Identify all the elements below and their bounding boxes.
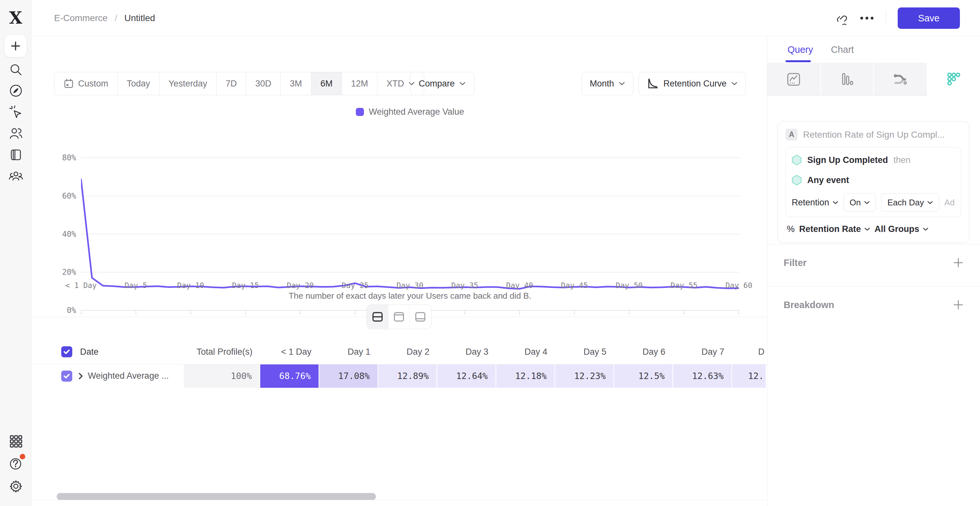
chart-type-dropdown[interactable]: Retention Curve bbox=[638, 72, 746, 95]
granularity-label: Month bbox=[590, 79, 614, 89]
legend-label: Weighted Average Value bbox=[369, 107, 464, 117]
plus-icon bbox=[10, 40, 22, 52]
measure-group-label: All Groups bbox=[875, 224, 920, 234]
x-tick-label: < 1 Day bbox=[58, 281, 104, 290]
save-button[interactable]: Save bbox=[898, 8, 960, 29]
retention-value-cell: 68.76% bbox=[260, 365, 319, 388]
range-6m[interactable]: 6M bbox=[312, 72, 342, 95]
range-30d[interactable]: 30D bbox=[246, 72, 281, 95]
x-tick-label: Day 35 bbox=[442, 281, 487, 290]
report-type-funnels[interactable] bbox=[821, 63, 874, 96]
help-nav-button[interactable] bbox=[0, 456, 32, 472]
more-options-button[interactable] bbox=[860, 16, 874, 20]
create-new-button[interactable] bbox=[5, 35, 27, 57]
users-nav-button[interactable] bbox=[0, 126, 32, 141]
breadcrumb-separator: / bbox=[115, 13, 117, 23]
layout-toggle-group bbox=[366, 305, 431, 329]
retention-value-cell: 100% bbox=[184, 365, 260, 388]
horizontal-scrollbar-thumb[interactable] bbox=[57, 493, 376, 500]
table-header-row: DateTotal Profile(s)< 1 DayDay 1Day 2Day… bbox=[32, 339, 767, 364]
layout-table-only-button[interactable] bbox=[410, 305, 431, 328]
add-filter-button[interactable] bbox=[953, 257, 964, 268]
column-header: Date bbox=[32, 346, 184, 357]
chevron-down-icon bbox=[923, 227, 929, 231]
search-nav-button[interactable] bbox=[0, 63, 32, 76]
range-12m[interactable]: 12M bbox=[342, 72, 377, 95]
column-header: < 1 Day bbox=[260, 347, 319, 357]
bucket-label: Each Day bbox=[887, 198, 924, 208]
report-type-retention[interactable] bbox=[928, 63, 980, 96]
column-header-label: Date bbox=[80, 347, 99, 357]
y-tick-label: 60% bbox=[41, 192, 76, 200]
chart-caption: The number of exact days later your User… bbox=[81, 291, 739, 301]
events-nav-button[interactable] bbox=[0, 105, 32, 120]
boards-nav-button[interactable] bbox=[0, 148, 32, 161]
x-tick-label: Day 45 bbox=[552, 281, 597, 290]
tab-chart[interactable]: Chart bbox=[831, 36, 854, 63]
range-label: Yesterday bbox=[169, 79, 207, 89]
measure-group-dropdown[interactable]: All Groups bbox=[875, 224, 929, 234]
row-checkbox[interactable] bbox=[61, 371, 72, 382]
range-custom[interactable]: Custom bbox=[54, 72, 118, 95]
range-today[interactable]: Today bbox=[118, 72, 159, 95]
range-yesterday[interactable]: Yesterday bbox=[159, 72, 216, 95]
report-type-insights[interactable] bbox=[767, 63, 821, 96]
app-logo[interactable]: X bbox=[0, 8, 32, 27]
report-type-flows[interactable] bbox=[874, 63, 928, 96]
section-divider bbox=[767, 286, 980, 287]
retention-criteria-dropdown[interactable]: Retention bbox=[792, 198, 838, 208]
measure-metric-dropdown[interactable]: Retention Rate bbox=[799, 224, 870, 234]
cohorts-nav-button[interactable] bbox=[0, 169, 32, 184]
x-tick-label: Day 5 bbox=[113, 281, 159, 290]
discover-nav-button[interactable] bbox=[0, 84, 32, 98]
range-label: Today bbox=[127, 79, 150, 89]
event-step[interactable]: Any event bbox=[792, 170, 955, 190]
range-7d[interactable]: 7D bbox=[216, 72, 246, 95]
group-icon bbox=[8, 169, 23, 184]
retention-value-cell: 12.5% bbox=[614, 365, 673, 388]
x-tick-label: Day 10 bbox=[168, 281, 213, 290]
bucket-dropdown[interactable]: Each Day bbox=[881, 194, 939, 211]
tab-query[interactable]: Query bbox=[788, 36, 813, 63]
breadcrumb: E-Commerce / Untitled bbox=[54, 0, 155, 36]
range-label: 3M bbox=[290, 79, 302, 89]
layout-split-button[interactable] bbox=[367, 305, 388, 328]
chevron-right-icon bbox=[78, 372, 83, 380]
on-dropdown[interactable]: On bbox=[843, 194, 876, 211]
y-tick-label: 40% bbox=[41, 230, 76, 239]
add-breakdown-button[interactable] bbox=[953, 299, 964, 310]
select-all-checkbox[interactable] bbox=[61, 346, 72, 357]
row-header-cell: Weighted Average ... bbox=[32, 365, 184, 388]
compare-button[interactable]: Compare bbox=[410, 72, 474, 95]
series-badge: A bbox=[786, 128, 797, 141]
advanced-dropdown[interactable]: Adv... bbox=[944, 198, 955, 208]
breadcrumb-project[interactable]: E-Commerce bbox=[54, 13, 108, 23]
row-expander[interactable] bbox=[78, 372, 83, 380]
granularity-dropdown[interactable]: Month bbox=[582, 72, 633, 95]
breadcrumb-report-title[interactable]: Untitled bbox=[124, 13, 155, 23]
breakdown-section: Breakdown bbox=[784, 295, 964, 315]
event-hexagon-icon bbox=[792, 154, 802, 165]
table-row: Weighted Average ...100%68.76%17.08%12.8… bbox=[32, 364, 767, 387]
range-3m[interactable]: 3M bbox=[281, 72, 312, 95]
table-only-view-icon bbox=[415, 311, 426, 323]
column-header: Total Profile(s) bbox=[184, 347, 260, 357]
chevron-down-icon bbox=[864, 227, 870, 231]
flows-icon bbox=[893, 72, 908, 87]
settings-nav-button[interactable] bbox=[0, 479, 32, 494]
chart-only-view-icon bbox=[393, 311, 405, 323]
apps-nav-button[interactable] bbox=[0, 434, 32, 448]
layout-chart-only-button[interactable] bbox=[388, 305, 410, 328]
chevron-down-icon bbox=[619, 82, 625, 86]
app-sidebar: X bbox=[0, 0, 32, 506]
retention-value-cell: 12.23% bbox=[555, 365, 614, 388]
column-header: Day 7 bbox=[673, 347, 732, 357]
event-hexagon-icon bbox=[792, 174, 802, 186]
chart-legend[interactable]: Weighted Average Value bbox=[81, 107, 739, 117]
date-range-control: CustomTodayYesterday7D30D3M6M12MXTD bbox=[54, 72, 424, 95]
chevron-down-icon bbox=[864, 201, 870, 205]
query-card-title[interactable]: Retention Rate of Sign Up Compl... bbox=[803, 130, 945, 140]
event-step[interactable]: Sign Up Completedthen bbox=[792, 150, 955, 170]
copy-link-button[interactable] bbox=[835, 11, 848, 25]
x-tick-label: Day 30 bbox=[387, 281, 433, 290]
